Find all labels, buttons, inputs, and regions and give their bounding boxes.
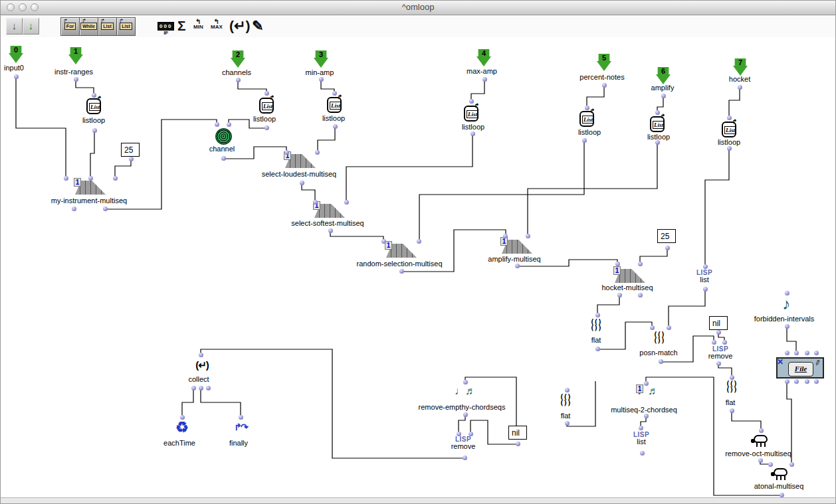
inlet-port[interactable] [727, 116, 732, 120]
inlet-port[interactable] [667, 325, 671, 330]
inlet-port[interactable] [814, 351, 819, 355]
max-icon[interactable]: ↰MAX [211, 19, 223, 30]
outlet-port[interactable] [794, 379, 799, 384]
inlet-port[interactable] [655, 110, 660, 115]
inlet-port[interactable] [730, 375, 734, 380]
patch-cord-flat-3-to-remove-oct-multiseq[interactable] [732, 411, 761, 430]
down-arrow-gray-button[interactable]: ↓ [6, 18, 23, 35]
patch-cord-flat-1-to-posn-match[interactable] [597, 322, 652, 349]
collect-icon[interactable]: (↵) [195, 359, 209, 371]
outlet-port[interactable] [92, 128, 97, 133]
outlet-port[interactable] [103, 207, 108, 211]
outlet-port[interactable] [14, 74, 19, 79]
blue-x-icon[interactable]: ✕ [777, 357, 784, 367]
pen-icon[interactable]: ✎ [252, 19, 264, 33]
file-writer-box[interactable]: ✕File✎ [776, 357, 824, 378]
inlet-port[interactable] [759, 428, 764, 433]
inlet-port[interactable] [785, 351, 789, 355]
patch-cord-listloop-7-to-lisp-list-1[interactable] [705, 149, 729, 266]
patch-cord-lisp-remove-1-to-flat-3[interactable] [718, 364, 732, 377]
patch-cord-remove-empthy-chordseqs-to-lisp-remove-2[interactable] [459, 415, 465, 433]
listloop-icon[interactable]: List↱ [86, 98, 101, 114]
patch-cord-listloop-3-to-select-loudest-multiseq[interactable] [318, 127, 335, 151]
outlet-port[interactable] [617, 293, 622, 297]
listloop-icon[interactable]: List↱ [722, 122, 736, 137]
outlet-port[interactable] [565, 421, 570, 426]
outlet-port[interactable] [333, 124, 338, 129]
outlet-port[interactable] [780, 493, 784, 497]
listloop-acc-button[interactable]: ↱List [116, 17, 136, 36]
inlet-port[interactable] [595, 313, 600, 317]
inlet-port[interactable] [503, 234, 508, 238]
patch-cord-listloop-1-to-my-instrument-multiseq[interactable] [90, 131, 94, 177]
outlet-port[interactable] [319, 77, 324, 82]
lisp-function-name[interactable]: remove [451, 442, 476, 450]
parens-function-icon[interactable]: (()()) [560, 394, 571, 406]
outlet-port[interactable] [805, 379, 809, 384]
outlet-port[interactable] [716, 361, 721, 366]
inlet-port[interactable] [239, 415, 243, 420]
eighth-note-icon[interactable]: ♪ [782, 295, 790, 313]
patch-cord-collect-to-eachTime[interactable] [182, 388, 193, 416]
patch-cord-collect-to-finally[interactable] [201, 388, 241, 416]
outlet-port[interactable] [191, 386, 196, 390]
outlet-port[interactable] [264, 126, 269, 130]
outlet-port[interactable] [206, 386, 211, 390]
if-icon[interactable]: 000IF [157, 19, 174, 36]
chord-notes-icon[interactable]: ♩♬ [455, 384, 476, 398]
down-arrow-green-button[interactable]: ↓ [23, 18, 39, 35]
patch-cord-percent-notes-to-listloop-5[interactable] [587, 86, 604, 107]
inlet-port[interactable] [64, 176, 68, 181]
outlet-port[interactable] [655, 140, 660, 145]
inlet-port[interactable] [315, 150, 320, 155]
outlet-port[interactable] [814, 379, 819, 384]
patch-cord-num-25-b-to-hocket-multiseq[interactable] [640, 248, 667, 263]
sum-icon[interactable]: Σ [177, 19, 186, 33]
patch-cord-select-loudest-multiseq-to-select-softest-multiseq[interactable] [302, 183, 315, 201]
outlet-port[interactable] [785, 379, 789, 384]
patch-cord-channels-to-listloop-2[interactable] [238, 80, 266, 92]
outlet-port[interactable] [399, 269, 404, 274]
inlet-port[interactable] [768, 462, 773, 467]
patch-cord-num-25-a-to-my-instrument-multiseq[interactable] [115, 159, 131, 177]
parens-function-icon[interactable]: (()()) [653, 331, 665, 343]
inlet-port[interactable] [638, 262, 643, 266]
patch-cord-hocket-multiseq-to-flat-1[interactable] [597, 295, 619, 314]
outlet-port[interactable] [703, 287, 708, 292]
inlet-port[interactable] [463, 380, 468, 384]
inlet-port[interactable] [526, 234, 530, 238]
outlet-port[interactable] [516, 442, 520, 446]
outlet-port[interactable] [463, 412, 468, 417]
outlet-port[interactable] [515, 264, 520, 268]
inlet-port[interactable] [469, 432, 473, 436]
patch-cord-listloop-6-to-amplify-multiseq[interactable] [528, 143, 657, 235]
outlet-port[interactable] [582, 138, 587, 143]
listloop-icon[interactable]: List↱ [579, 111, 594, 127]
patch-cord-instr-ranges-to-listloop-1[interactable] [76, 80, 94, 94]
outlet-port[interactable] [738, 85, 742, 90]
inlet-port[interactable] [585, 106, 589, 110]
inlet-port[interactable] [785, 291, 789, 295]
min-icon[interactable]: ↰MIN [193, 19, 203, 30]
outlet-port[interactable] [300, 181, 304, 185]
inlet-port[interactable] [332, 91, 337, 96]
outlet-port[interactable] [638, 293, 643, 297]
channel-spiral-icon[interactable] [215, 128, 232, 145]
patch-cord-forbidden-intervals-to-file-box[interactable] [787, 327, 796, 352]
inlet-port[interactable] [417, 239, 421, 244]
outlet-port[interactable] [644, 414, 649, 418]
patch-canvas[interactable]: 0input01instr-ranges2channels3min-amp4ma… [1, 37, 836, 497]
patch-cord-min-amp-to-listloop-3[interactable] [321, 80, 334, 92]
outlet-port[interactable] [74, 77, 78, 82]
whileloop-button[interactable]: ↱While [79, 17, 98, 36]
outlet-port[interactable] [665, 246, 670, 250]
patch-cord-listloop-5-to-random-selection-multiseq[interactable] [419, 141, 584, 240]
outlet-port[interactable] [470, 131, 475, 136]
outlet-port[interactable] [463, 456, 467, 460]
outlet-port[interactable] [221, 156, 226, 161]
title-bar[interactable]: ^omloop [1, 1, 835, 15]
sheep-icon[interactable] [750, 434, 769, 448]
value-box[interactable]: nil [508, 426, 527, 440]
inlet-port[interactable] [565, 388, 570, 392]
outlet-port[interactable] [72, 207, 76, 211]
